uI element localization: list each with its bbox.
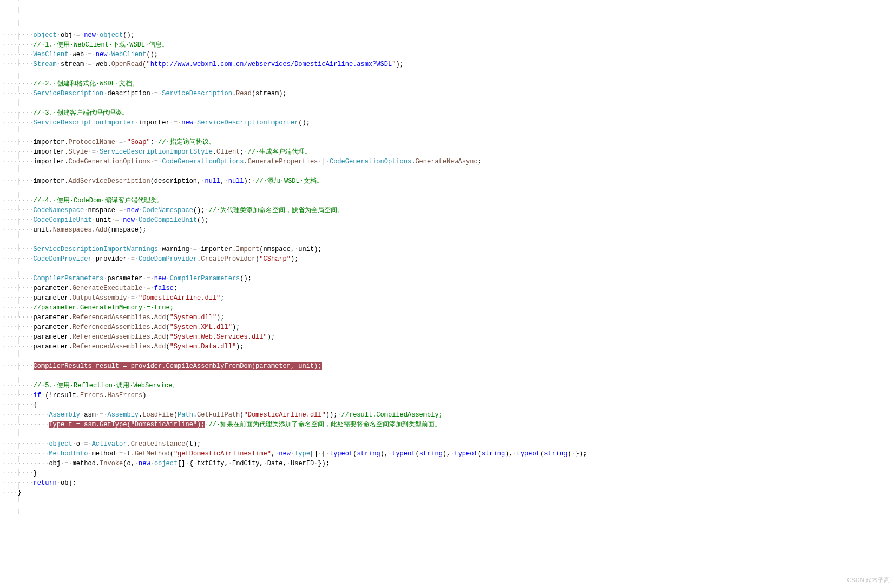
token-ws: ········ [2, 285, 34, 292]
code-line[interactable]: ············MethodInfo·method·=·t.GetMet… [0, 449, 894, 459]
token-fn: Add [154, 314, 166, 321]
token-fn: ReferencedAssemblies [73, 333, 150, 341]
token-fn: OutputAssembly [73, 294, 127, 302]
token-id: Date, [267, 460, 287, 467]
token-id: stream [61, 61, 84, 68]
token-ws: · [318, 450, 321, 458]
token-ws: ········ [2, 207, 34, 214]
token-fn: Import [236, 246, 259, 253]
code-line[interactable]: ········{ [0, 400, 894, 410]
token-id: [] [178, 460, 185, 467]
token-fn: Client [216, 148, 240, 156]
token-id: obj [49, 460, 61, 467]
code-line[interactable]: ········unit.Namespaces.Add(nmspace); [0, 225, 894, 235]
code-line[interactable]: ········parameter.ReferencedAssemblies.A… [0, 322, 894, 332]
code-line[interactable] [0, 235, 894, 245]
code-line[interactable] [0, 167, 894, 176]
code-line[interactable]: ········//·1.·使用·WebClient·下载·WSDL·信息。 [0, 40, 894, 50]
code-line[interactable]: ········//·2.·创建和格式化·WSDL·文档。 [0, 79, 894, 89]
code-editor[interactable]: ········object·obj·=·new·object();······… [0, 0, 894, 514]
token-ws: · [571, 450, 575, 458]
code-line[interactable] [0, 352, 894, 361]
code-line[interactable]: ········CodeDomProvider·provider·=·CodeD… [0, 254, 894, 264]
token-id: (); [123, 31, 135, 39]
code-line[interactable]: ········} [0, 468, 894, 478]
code-line[interactable]: ············Assembly·asm·=·Assembly.Load… [0, 410, 894, 420]
code-line[interactable]: ········importer.ProtocolName·=·"Soap";·… [0, 137, 894, 147]
token-id: method [92, 450, 115, 458]
code-line[interactable]: ········ServiceDescriptionImportWarnings… [0, 245, 894, 254]
code-line[interactable]: ············object·o·=·Activator.CreateI… [0, 439, 894, 449]
token-ws [2, 353, 6, 360]
code-line[interactable]: ········WebClient·web·=·new·WebClient(); [0, 50, 894, 60]
code-line[interactable]: ········importer.Style·=·ServiceDescript… [0, 147, 894, 157]
token-ty: ServiceDescription [34, 90, 104, 97]
code-line[interactable] [0, 264, 894, 274]
code-line[interactable]: ········parameter.ReferencedAssemblies.A… [0, 332, 894, 342]
code-line[interactable]: ········//·5.·使用·Reflection·调用·WebServic… [0, 381, 894, 391]
code-line[interactable]: ············Type t = asm.GetType("Domest… [0, 420, 894, 430]
code-line[interactable]: ········parameter.ReferencedAssemblies.A… [0, 342, 894, 352]
code-line[interactable]: ········parameter.OutputAssembly·=·"Dome… [0, 293, 894, 303]
token-ty: Path [178, 411, 193, 419]
token-cm: //·2.·创建和格式化·WSDL·文档。 [34, 80, 139, 88]
token-ws: · [287, 460, 291, 467]
code-line[interactable] [0, 430, 894, 439]
token-id: description [107, 90, 150, 97]
token-ty: CodeDomProvider [139, 255, 197, 263]
token-ty: object [49, 440, 72, 448]
token-id: ) [142, 392, 146, 399]
token-cm: //·添加·WSDL·文档。 [255, 177, 323, 185]
code-line[interactable]: ········CodeNamespace·nmspace·=·new·Code… [0, 206, 894, 215]
token-ws: · [225, 177, 228, 185]
token-ws: ·= [142, 275, 150, 282]
code-line[interactable] [0, 186, 894, 196]
token-ws: ········ [2, 148, 34, 156]
code-line[interactable]: ····} [0, 488, 894, 498]
code-line[interactable]: ········//·3.·创建客户端代理代理类。 [0, 108, 894, 118]
code-line[interactable]: ········if·(!result.Errors.HasErrors) [0, 391, 894, 400]
token-id: ( [170, 450, 174, 458]
code-line[interactable]: ········importer.CodeGenerationOptions·=… [0, 157, 894, 167]
token-id: }); [575, 450, 587, 458]
code-line[interactable]: ········CompilerParameters·parameter·=·n… [0, 274, 894, 283]
token-ws [2, 129, 6, 136]
code-line[interactable]: ········ServiceDescriptionImporter·impor… [0, 118, 894, 128]
token-ws: ·= [115, 138, 123, 146]
code-line[interactable]: ········object·obj·=·new·object(); [0, 30, 894, 40]
token-fn: GetFullPath [197, 411, 240, 419]
token-fn: ReferencedAssemblies [73, 343, 150, 351]
code-line[interactable]: ········parameter.GenerateExecutable·=·f… [0, 283, 894, 293]
token-ws: · [154, 138, 158, 146]
code-line[interactable]: ········return·obj; [0, 478, 894, 488]
code-line[interactable]: ········ServiceDescription·description·=… [0, 89, 894, 98]
code-line[interactable]: ········Stream·stream·=·web.OpenRead("ht… [0, 60, 894, 69]
token-ws: · [96, 31, 100, 39]
code-line[interactable]: ········CodeCompileUnit·unit·=·new·CodeC… [0, 215, 894, 225]
code-line[interactable] [0, 69, 894, 79]
token-ws: ········ [2, 216, 34, 224]
code-line[interactable]: ········//parameter.GenerateInMemory·=·t… [0, 303, 894, 313]
token-fn: GenerateProperties [248, 158, 318, 166]
code-line[interactable]: ········//·4.·使用·CodeDom·编译客户端代理类。 [0, 196, 894, 206]
code-line[interactable]: ········CompilerResults result = provide… [0, 361, 894, 371]
token-ws: ············ [2, 450, 49, 458]
token-ty: MethodInfo [49, 450, 88, 458]
token-ws: · [337, 411, 341, 419]
token-ws: ·= [115, 207, 123, 214]
token-ws: ·= [111, 216, 119, 224]
token-id: method. [73, 460, 100, 467]
token-kw: new [84, 31, 96, 39]
token-ws: · [166, 275, 169, 282]
token-ws: · [92, 51, 96, 58]
code-line[interactable]: ········importer.AddServiceDescription(d… [0, 176, 894, 186]
token-ws: · [186, 460, 189, 467]
token-ws: ············ [2, 460, 49, 467]
code-line[interactable] [0, 371, 894, 381]
code-line[interactable] [0, 128, 894, 137]
code-line[interactable] [0, 98, 894, 108]
code-line[interactable]: ········parameter.ReferencedAssemblies.A… [0, 313, 894, 322]
token-ws: ········ [2, 61, 34, 68]
token-fn: Add [96, 226, 108, 234]
code-line[interactable]: ············obj·=·method.Invoke(o,·new·o… [0, 459, 894, 468]
